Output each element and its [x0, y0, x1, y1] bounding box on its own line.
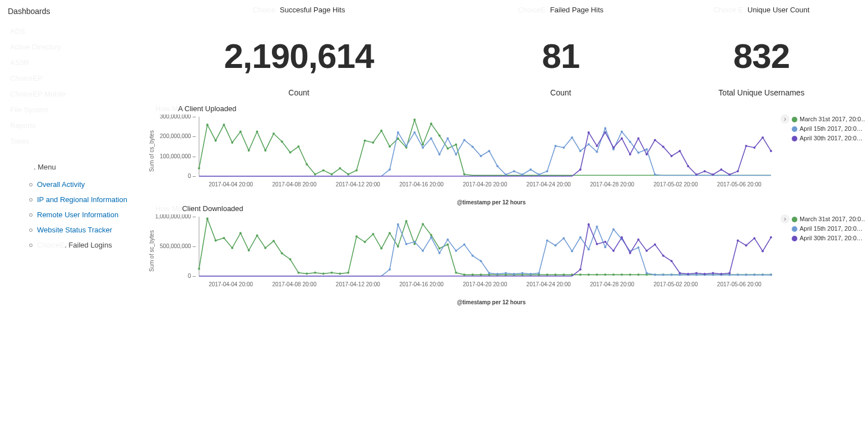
svg-text:2017-04-04 20:00: 2017-04-04 20:00 — [209, 181, 253, 187]
svg-point-194 — [446, 239, 449, 241]
svg-point-167 — [612, 273, 615, 276]
svg-point-164 — [588, 273, 590, 276]
legend-color-icon — [792, 226, 797, 232]
legend-toggle-icon[interactable]: › — [781, 214, 789, 223]
svg-point-49 — [405, 145, 408, 147]
svg-point-43 — [438, 135, 441, 137]
legend-item[interactable]: April 15th 2017, 20:0… — [792, 224, 865, 234]
svg-text:2017-04-28 20:00: 2017-04-28 20:00 — [590, 281, 634, 287]
sidebar-menu-label: . Menu — [34, 163, 132, 171]
svg-point-126 — [273, 240, 275, 242]
svg-point-238 — [612, 250, 615, 252]
sidebar-menu-link[interactable]: Remote User Information — [37, 207, 118, 222]
svg-point-61 — [505, 173, 507, 176]
svg-point-69 — [571, 136, 573, 139]
svg-text:1,000,000,000 –: 1,000,000,000 – — [155, 214, 196, 219]
svg-point-168 — [621, 273, 623, 276]
svg-point-160 — [555, 273, 557, 276]
sidebar-faded-item: Tokes — [10, 134, 132, 149]
svg-point-26 — [297, 145, 299, 148]
svg-text:0 –: 0 – — [188, 273, 196, 279]
svg-point-144 — [422, 223, 424, 225]
svg-point-210 — [579, 236, 581, 239]
metric-sub: Count — [137, 88, 460, 97]
svg-text:2017-04-20 20:00: 2017-04-20 20:00 — [463, 181, 507, 187]
svg-point-54 — [446, 137, 449, 139]
legend-item[interactable]: April 30th 2017, 20:0… — [792, 134, 865, 143]
svg-point-236 — [596, 243, 598, 245]
svg-point-235 — [588, 223, 590, 226]
svg-point-241 — [637, 239, 639, 241]
sidebar-menu-item[interactable]: ChoiceE. Failed Logins — [29, 237, 132, 253]
svg-point-132 — [322, 273, 325, 275]
sidebar-menu-link[interactable]: Overall Activity — [37, 177, 85, 192]
svg-point-208 — [562, 237, 565, 239]
svg-point-209 — [571, 250, 573, 252]
svg-point-198 — [480, 260, 482, 262]
svg-point-96 — [712, 173, 714, 176]
sidebar-menu-link[interactable]: IP and Regional Information — [37, 192, 127, 207]
sidebar-menu-item[interactable]: Overall Activity — [29, 177, 132, 192]
svg-point-75 — [621, 130, 623, 132]
svg-point-199 — [488, 272, 490, 274]
svg-point-140 — [389, 232, 391, 234]
svg-point-150 — [472, 273, 474, 276]
metric-failed: ChoiceEFailed Page Hits 81 Count — [460, 3, 661, 104]
svg-point-79 — [654, 173, 656, 176]
svg-point-88 — [645, 153, 648, 155]
svg-text:2017-05-06 20:00: 2017-05-06 20:00 — [717, 181, 761, 187]
svg-point-97 — [720, 168, 722, 171]
legend-color-icon — [792, 217, 797, 222]
sidebar-menu: Overall ActivityIP and Regional Informat… — [6, 177, 132, 253]
svg-point-204 — [529, 273, 532, 275]
svg-point-16 — [215, 139, 217, 141]
svg-point-214 — [612, 228, 615, 231]
sidebar-menu-item[interactable]: IP and Regional Information — [29, 192, 132, 207]
sidebar-faded-item: AS3R — [10, 55, 132, 71]
svg-point-250 — [712, 272, 714, 274]
svg-point-81 — [588, 131, 590, 134]
svg-point-101 — [753, 147, 755, 149]
svg-point-203 — [521, 272, 524, 274]
svg-point-139 — [380, 248, 382, 250]
svg-point-67 — [555, 145, 557, 147]
legend-item[interactable]: April 30th 2017, 20:0… — [792, 234, 865, 243]
chart-download: How MuClient Downloaded Sum of sc_bytes … — [137, 204, 868, 304]
svg-point-211 — [588, 248, 590, 250]
sidebar-menu-item[interactable]: Website Status Tracker — [29, 222, 132, 237]
svg-point-44 — [446, 148, 449, 150]
svg-point-27 — [306, 163, 308, 166]
svg-point-77 — [637, 152, 639, 154]
sidebar-faded-list: ADSActive DirectoryAS3RChoiceEPChoiceEP … — [6, 24, 132, 149]
svg-point-60 — [496, 165, 498, 167]
svg-point-119 — [215, 239, 217, 241]
sidebar-menu-link[interactable]: Website Status Tracker — [37, 222, 112, 237]
metric-title: ChoiceEFailed Page Hits — [460, 6, 661, 14]
svg-text:2017-04-24 20:00: 2017-04-24 20:00 — [527, 181, 571, 187]
svg-point-200 — [496, 273, 498, 275]
svg-point-193 — [438, 252, 441, 254]
svg-point-63 — [521, 173, 524, 176]
svg-point-58 — [480, 155, 482, 157]
svg-point-122 — [239, 232, 242, 234]
legend-item[interactable]: March 31st 2017, 20:0… — [792, 214, 865, 224]
legend-toggle-icon[interactable]: › — [781, 115, 789, 123]
svg-point-161 — [562, 273, 565, 276]
sidebar: Dashboards ADSActive DirectoryAS3RChoice… — [0, 0, 137, 430]
svg-point-202 — [513, 273, 515, 275]
svg-point-232 — [761, 274, 764, 276]
svg-point-30 — [331, 173, 333, 175]
sidebar-menu-item[interactable]: Remote User Information — [29, 207, 132, 222]
svg-point-68 — [562, 147, 565, 149]
svg-point-221 — [671, 274, 673, 276]
legend-item[interactable]: March 31st 2017, 20:0… — [792, 115, 865, 124]
svg-point-256 — [761, 250, 764, 252]
svg-point-76 — [629, 140, 631, 143]
svg-point-188 — [397, 223, 399, 226]
legend-color-icon — [792, 236, 797, 241]
bullet-icon — [29, 213, 33, 217]
legend-item[interactable]: April 15th 2017, 20:0… — [792, 124, 865, 134]
sidebar-faded-item: Active Directory — [10, 39, 132, 55]
svg-point-102 — [761, 136, 764, 139]
svg-point-23 — [273, 132, 275, 135]
